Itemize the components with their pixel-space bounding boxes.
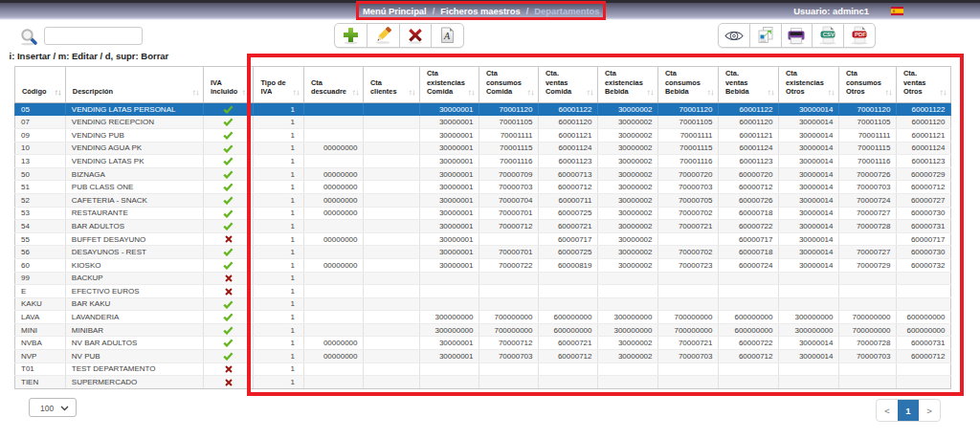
svg-text:CSV: CSV xyxy=(823,32,835,37)
svg-text:A: A xyxy=(443,31,451,41)
svg-text:PDF: PDF xyxy=(855,32,866,37)
